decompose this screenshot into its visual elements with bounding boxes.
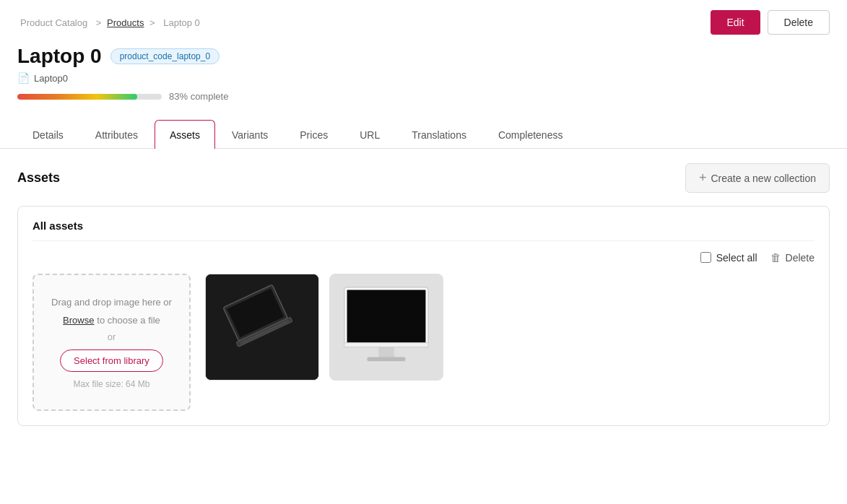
tab-prices[interactable]: Prices bbox=[284, 120, 343, 149]
tab-completeness[interactable]: Completeness bbox=[483, 120, 578, 149]
assets-section-header: Assets + Create a new collection bbox=[17, 163, 830, 193]
tab-details[interactable]: Details bbox=[17, 120, 79, 149]
asset-thumbnail-1[interactable] bbox=[205, 274, 319, 381]
tab-attributes[interactable]: Attributes bbox=[80, 120, 153, 149]
all-assets-card: All assets Select all 🗑 Delete Drag and … bbox=[17, 206, 830, 426]
select-all-checkbox[interactable] bbox=[700, 252, 711, 263]
select-all-label[interactable]: Select all bbox=[700, 252, 757, 264]
breadcrumb-sep1: > bbox=[96, 17, 104, 28]
upload-or: or bbox=[108, 331, 116, 342]
assets-grid-area: Drag and drop image here or Browse to ch… bbox=[32, 274, 815, 411]
select-all-row: Select all 🗑 Delete bbox=[32, 251, 815, 264]
product-file-name: Laptop0 bbox=[34, 73, 68, 84]
svg-rect-12 bbox=[367, 357, 405, 361]
progress-bar bbox=[17, 94, 162, 100]
drag-text-span: Drag and drop image here or bbox=[51, 297, 172, 308]
svg-rect-13 bbox=[344, 343, 428, 347]
breadcrumb-sep2: > bbox=[149, 17, 157, 28]
delete-assets-button[interactable]: 🗑 Delete bbox=[770, 251, 815, 264]
choose-text: to choose a file bbox=[97, 315, 160, 326]
progress-text: 83% complete bbox=[169, 91, 228, 102]
select-all-text: Select all bbox=[716, 252, 757, 264]
edit-button[interactable]: Edit bbox=[711, 10, 760, 35]
trash-icon: 🗑 bbox=[770, 251, 781, 264]
image-thumbnails bbox=[205, 274, 443, 381]
breadcrumb-root: Product Catalog bbox=[20, 17, 87, 28]
progress-bar-fill bbox=[17, 94, 137, 100]
tab-assets[interactable]: Assets bbox=[155, 120, 215, 149]
browse-link[interactable]: Browse bbox=[63, 315, 94, 326]
delete-button[interactable]: Delete bbox=[768, 10, 830, 35]
upload-max-size: Max file size: 64 Mb bbox=[73, 379, 149, 389]
file-icon: 📄 bbox=[17, 72, 30, 84]
breadcrumb-products[interactable]: Products bbox=[107, 17, 144, 28]
create-collection-label: Create a new collection bbox=[711, 173, 816, 184]
upload-drag-text: Drag and drop image here or bbox=[51, 295, 172, 310]
product-title: Laptop 0 bbox=[17, 45, 102, 68]
breadcrumb: Product Catalog > Products > Laptop 0 bbox=[17, 17, 203, 28]
plus-icon: + bbox=[699, 170, 707, 186]
tab-variants[interactable]: Variants bbox=[217, 120, 283, 149]
svg-rect-11 bbox=[378, 346, 394, 359]
all-assets-title: All assets bbox=[32, 220, 815, 241]
svg-rect-10 bbox=[347, 290, 426, 343]
tab-url[interactable]: URL bbox=[344, 120, 395, 149]
tabs-bar: Details Attributes Assets Variants Price… bbox=[0, 119, 847, 149]
asset-thumbnail-2[interactable] bbox=[329, 274, 443, 381]
tab-translations[interactable]: Translations bbox=[396, 120, 482, 149]
delete-assets-label: Delete bbox=[786, 252, 815, 264]
create-collection-button[interactable]: + Create a new collection bbox=[685, 163, 830, 193]
main-content: Assets + Create a new collection All ass… bbox=[0, 149, 847, 440]
select-library-button[interactable]: Select from library bbox=[60, 349, 163, 372]
assets-section-title: Assets bbox=[17, 170, 60, 186]
product-code-badge: product_code_laptop_0 bbox=[110, 48, 220, 64]
product-header: Laptop 0 product_code_laptop_0 📄 Laptop0… bbox=[0, 42, 847, 119]
upload-zone[interactable]: Drag and drop image here or Browse to ch… bbox=[32, 274, 191, 411]
progress-row: 83% complete bbox=[17, 91, 830, 102]
breadcrumb-current: Laptop 0 bbox=[163, 17, 200, 28]
top-actions: Edit Delete bbox=[711, 10, 830, 35]
